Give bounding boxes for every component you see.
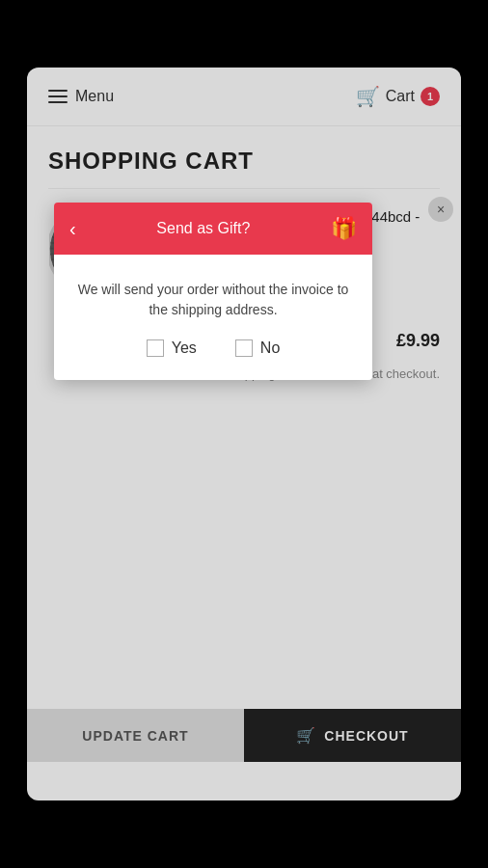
no-checkbox[interactable]	[235, 339, 253, 357]
modal-header: ‹ Send as Gift? 🎁	[54, 203, 372, 255]
gift-icon: 🎁	[331, 216, 357, 241]
yes-option[interactable]: Yes	[147, 339, 197, 357]
modal-options: Yes No	[73, 339, 353, 357]
yes-label: Yes	[172, 339, 197, 357]
no-option[interactable]: No	[235, 339, 280, 357]
modal-overlay: ‹ Send as Gift? 🎁 We will send your orde…	[27, 68, 461, 800]
phone-frame: Menu 🛒 Cart 1 SHOPPING CART	[0, 0, 488, 868]
modal-back-button[interactable]: ‹	[69, 218, 76, 240]
yes-checkbox[interactable]	[147, 339, 164, 357]
modal-title: Send as Gift?	[156, 220, 250, 237]
no-label: No	[260, 339, 280, 357]
send-as-gift-modal: ‹ Send as Gift? 🎁 We will send your orde…	[54, 203, 372, 380]
modal-message: We will send your order without the invo…	[73, 280, 353, 320]
card: Menu 🛒 Cart 1 SHOPPING CART	[27, 68, 461, 800]
modal-body: We will send your order without the invo…	[54, 255, 372, 380]
